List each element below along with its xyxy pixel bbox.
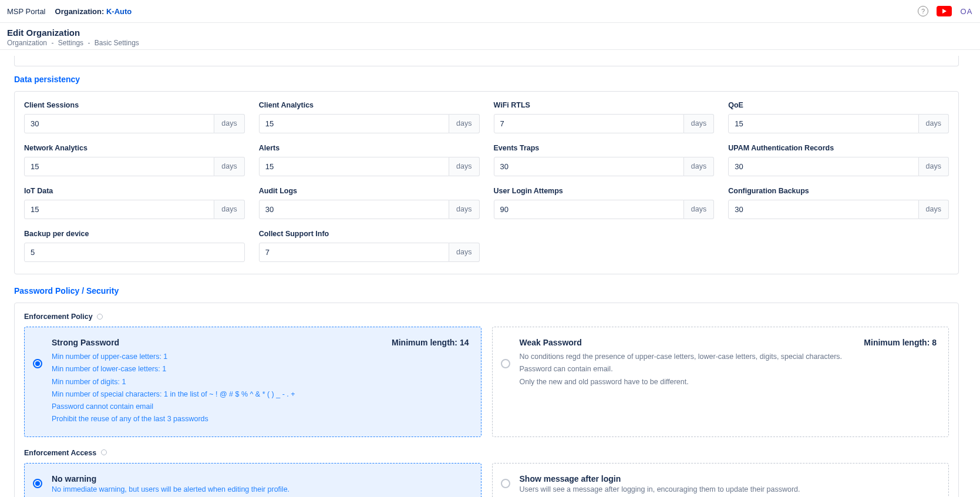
input-audit-logs[interactable] (259, 200, 449, 219)
policy-rule: Only the new and old password have to be… (520, 376, 937, 388)
input-network-analytics[interactable] (24, 157, 214, 176)
policy-rule: Min number of special characters: 1 in t… (52, 388, 469, 401)
policy-rule: Password can contain email. (520, 363, 937, 375)
access-no-warning-title: No warning (52, 474, 469, 483)
policy-weak-password[interactable]: Weak Password Minimum length: 8 No condi… (492, 327, 949, 437)
label-events-traps: Events Traps (494, 144, 715, 152)
unit-days: days (214, 114, 244, 133)
label-network-analytics: Network Analytics (24, 144, 245, 152)
breadcrumb: Organization - Settings - Basic Settings (7, 39, 973, 47)
input-config-backups[interactable] (728, 200, 918, 219)
user-avatar[interactable]: OA (960, 5, 973, 18)
policy-rule: Prohibit the reuse of any of the last 3 … (52, 413, 469, 425)
input-client-sessions[interactable] (24, 114, 214, 133)
enforcement-access-label: Enforcement Access (24, 449, 96, 457)
access-no-warning[interactable]: No warning No immediate warning, but use… (24, 463, 481, 498)
policy-rule: Min number of digits: 1 (52, 376, 469, 388)
unit-days: days (449, 243, 479, 262)
label-client-analytics: Client Analytics (259, 101, 480, 109)
policy-rule: No conditions regd the presence of upper… (520, 351, 937, 363)
label-user-login-attempts: User Login Attemps (494, 187, 715, 195)
input-iot-data[interactable] (24, 200, 214, 219)
input-collect-support-info[interactable] (259, 243, 449, 262)
label-iot-data: IoT Data (24, 187, 245, 195)
access-show-message[interactable]: Show message after login Users will see … (492, 463, 949, 498)
unit-days: days (214, 200, 244, 219)
label-client-sessions: Client Sessions (24, 101, 245, 109)
unit-days: days (449, 200, 479, 219)
org-label: Organization: (55, 7, 105, 16)
breadcrumb-item[interactable]: Basic Settings (95, 39, 139, 47)
radio-strong-password[interactable] (33, 359, 42, 368)
policy-rule: Password cannot contain email (52, 401, 469, 413)
input-upam-auth[interactable] (728, 157, 918, 176)
section-data-persistency: Data persistency (14, 75, 959, 84)
page-header: Edit Organization Organization - Setting… (0, 23, 980, 50)
label-collect-support-info: Collect Support Info (259, 230, 480, 238)
input-events-traps[interactable] (494, 157, 684, 176)
label-backup-per-device: Backup per device (24, 230, 245, 238)
input-alerts[interactable] (259, 157, 449, 176)
topbar: MSP Portal Organization: K-Auto ? OA (0, 0, 980, 23)
input-user-login-attempts[interactable] (494, 200, 684, 219)
unit-days: days (919, 200, 949, 219)
unit-days: days (214, 157, 244, 176)
input-backup-per-device[interactable] (24, 243, 245, 262)
unit-days: days (684, 200, 714, 219)
info-icon[interactable] (101, 449, 107, 455)
policy-weak-minlen: Minimum length: 8 (864, 338, 937, 347)
page-title: Edit Organization (7, 28, 973, 38)
label-qoe: QoE (728, 101, 949, 109)
breadcrumb-item[interactable]: Organization (7, 39, 47, 47)
policy-strong-minlen: Minimum length: 14 (392, 338, 469, 347)
input-qoe[interactable] (728, 114, 918, 133)
youtube-icon[interactable] (937, 6, 952, 16)
help-icon[interactable]: ? (918, 6, 928, 16)
previous-card-edge (14, 56, 959, 66)
label-upam-auth: UPAM Authentication Records (728, 144, 949, 152)
radio-weak-password[interactable] (501, 359, 510, 368)
info-icon[interactable] (97, 314, 103, 320)
label-audit-logs: Audit Logs (259, 187, 480, 195)
input-client-analytics[interactable] (259, 114, 449, 133)
label-config-backups: Configuration Backups (728, 187, 949, 195)
input-wifi-rtls[interactable] (494, 114, 684, 133)
policy-rule: Min number of upper-case letters: 1 (52, 351, 469, 363)
label-wifi-rtls: WiFi RTLS (494, 101, 715, 109)
password-policy-card: Enforcement Policy Strong Password Minim… (14, 303, 959, 497)
org-name-link[interactable]: K-Auto (106, 7, 132, 16)
unit-days: days (449, 114, 479, 133)
access-show-message-desc: Users will see a message after logging i… (520, 483, 937, 495)
policy-strong-password[interactable]: Strong Password Minimum length: 14 Min n… (24, 327, 481, 437)
radio-show-message[interactable] (501, 479, 510, 488)
unit-days: days (919, 157, 949, 176)
policy-weak-title: Weak Password (520, 338, 582, 347)
portal-name[interactable]: MSP Portal (7, 7, 46, 16)
label-alerts: Alerts (259, 144, 480, 152)
access-show-message-title: Show message after login (520, 474, 937, 483)
unit-days: days (684, 114, 714, 133)
policy-strong-title: Strong Password (52, 338, 119, 347)
unit-days: days (684, 157, 714, 176)
data-persistency-card: Client Sessions days Client Analytics da… (14, 91, 959, 274)
unit-days: days (919, 114, 949, 133)
section-password-policy: Password Policy / Security (14, 286, 959, 295)
breadcrumb-item[interactable]: Settings (58, 39, 83, 47)
radio-no-warning[interactable] (33, 479, 42, 488)
access-no-warning-desc: No immediate warning, but users will be … (52, 483, 469, 495)
unit-days: days (449, 157, 479, 176)
policy-rule: Min number of lower-case letters: 1 (52, 363, 469, 375)
enforcement-policy-label: Enforcement Policy (24, 313, 93, 321)
